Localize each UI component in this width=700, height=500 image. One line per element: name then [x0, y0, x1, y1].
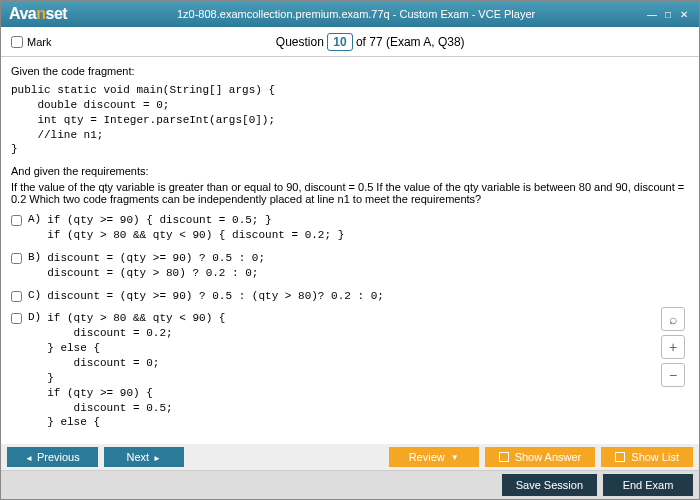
close-icon[interactable]: ✕	[677, 8, 691, 20]
app-logo: Avanset	[9, 5, 67, 23]
answer-checkbox[interactable]	[11, 313, 22, 324]
zoom-in-icon[interactable]: +	[661, 335, 685, 359]
mark-checkbox[interactable]: Mark	[11, 36, 51, 48]
window-title: 1z0-808.examcollection.premium.exam.77q …	[67, 8, 645, 20]
answer-code: discount = (qty >= 90) ? 0.5 : (qty > 80…	[47, 289, 384, 304]
show-answer-button[interactable]: Show Answer	[485, 447, 596, 467]
next-button[interactable]: Next	[104, 447, 184, 467]
answer-code: discount = (qty >= 90) ? 0.5 : 0; discou…	[47, 251, 265, 281]
zoom-out-icon[interactable]: −	[661, 363, 685, 387]
code-fragment: public static void main(String[] args) {…	[11, 83, 689, 157]
requirements-title: And given the requirements:	[11, 165, 689, 177]
intro-text: Given the code fragment:	[11, 65, 689, 77]
answer-label: C)	[28, 289, 41, 301]
mark-input[interactable]	[11, 36, 23, 48]
mark-label: Mark	[27, 36, 51, 48]
checkbox-icon	[499, 452, 509, 462]
answer-option[interactable]: A)if (qty >= 90) { discount = 0.5; } if …	[11, 213, 689, 243]
question-number: 10	[327, 33, 352, 51]
answer-code: if (qty >= 90) { discount = 0.5; } if (q…	[47, 213, 344, 243]
requirements-body: If the value of the qty variable is grea…	[11, 181, 689, 205]
answer-checkbox[interactable]	[11, 215, 22, 226]
checkbox-icon	[615, 452, 625, 462]
answer-label: A)	[28, 213, 41, 225]
answer-label: B)	[28, 251, 41, 263]
maximize-icon[interactable]: □	[661, 8, 675, 20]
previous-button[interactable]: Previous	[7, 447, 98, 467]
answer-checkbox[interactable]	[11, 291, 22, 302]
show-list-button[interactable]: Show List	[601, 447, 693, 467]
answer-option[interactable]: B)discount = (qty >= 90) ? 0.5 : 0; disc…	[11, 251, 689, 281]
answer-checkbox[interactable]	[11, 253, 22, 264]
answer-code: if (qty > 80 && qty < 90) { discount = 0…	[47, 311, 225, 430]
end-exam-button[interactable]: End Exam	[603, 474, 693, 496]
answer-option[interactable]: D)if (qty > 80 && qty < 90) { discount =…	[11, 311, 689, 430]
minimize-icon[interactable]: —	[645, 8, 659, 20]
question-indicator: Question 10 of 77 (Exam A, Q38)	[51, 35, 689, 49]
question-content: Given the code fragment: public static v…	[1, 57, 699, 447]
answer-option[interactable]: C)discount = (qty >= 90) ? 0.5 : (qty > …	[11, 289, 689, 304]
zoom-reset-icon[interactable]: ⌕	[661, 307, 685, 331]
save-session-button[interactable]: Save Session	[502, 474, 597, 496]
answer-label: D)	[28, 311, 41, 323]
review-button[interactable]: Review ▼	[389, 447, 479, 467]
